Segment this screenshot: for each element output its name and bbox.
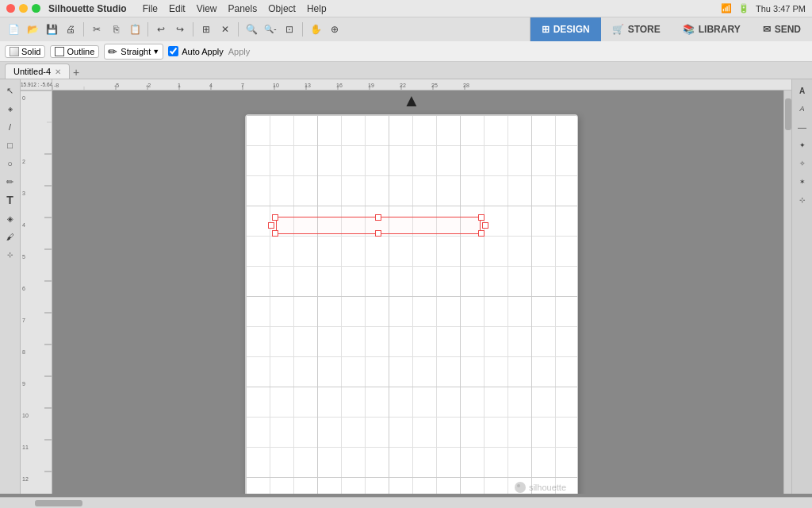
rect-tool[interactable]: □: [2, 137, 18, 153]
right-tool-1[interactable]: A: [795, 83, 810, 98]
svg-text:2: 2: [22, 159, 25, 164]
handle-top-right[interactable]: [478, 214, 485, 221]
close-button[interactable]: [6, 4, 15, 13]
send-nav-button[interactable]: ✉ SEND: [752, 17, 812, 41]
menu-right-status: 📶 🔋 Thu 3:47 PM: [721, 3, 806, 13]
design-page[interactable]: silhouette: [245, 114, 578, 494]
app-name: Silhouette Studio: [48, 3, 127, 14]
handle-left[interactable]: [268, 222, 274, 229]
handle-bottom-right[interactable]: [478, 230, 485, 237]
svg-text:10: 10: [22, 413, 29, 418]
bottom-scrollbar[interactable]: [0, 497, 812, 508]
handle-bottom[interactable]: [375, 230, 381, 237]
menu-help[interactable]: Help: [307, 3, 327, 14]
eraser-tool[interactable]: ◈: [2, 210, 18, 226]
main-toolbar: 📄 📂 💾 🖨 ✂ ⎘ 📋 ↩ ↪ ⊞ ✕ 🔍 🔍- ⊡ ✋ ⊕: [0, 17, 530, 41]
print-button[interactable]: 🖨: [62, 21, 79, 38]
scrollbar-thumb-v[interactable]: [785, 98, 791, 130]
line-style-select[interactable]: ✏ Straight ▼: [104, 44, 163, 60]
svg-point-52: [515, 482, 526, 493]
minimize-button[interactable]: [19, 4, 28, 13]
copy-button[interactable]: ⎘: [107, 21, 124, 38]
svg-text:12: 12: [22, 476, 29, 482]
tab-close-button[interactable]: ✕: [55, 67, 61, 76]
zoom-fit-button[interactable]: ⊡: [281, 21, 298, 38]
selected-shape[interactable]: [268, 217, 488, 234]
apply-button[interactable]: Apply: [228, 47, 251, 56]
svg-text:9: 9: [22, 381, 25, 387]
text-tool[interactable]: T: [2, 192, 18, 208]
svg-text:13: 13: [304, 83, 311, 88]
right-tool-7[interactable]: ⊹: [795, 192, 810, 208]
handle-bottom-left[interactable]: [272, 230, 278, 237]
measure-button[interactable]: ⊕: [326, 21, 343, 38]
menu-bar: File Edit View Panels Object Help: [143, 3, 327, 14]
svg-text:4: 4: [209, 83, 213, 88]
auto-apply-checkbox[interactable]: [168, 46, 178, 56]
canvas-area: 15.912 : -5.642 -8 -5 -2 1 4: [21, 79, 791, 494]
pencil-tool[interactable]: ✏: [2, 174, 18, 190]
fill-button[interactable]: Solid: [5, 45, 45, 58]
svg-text:22: 22: [400, 83, 406, 88]
fill-swatch: [10, 47, 19, 56]
battery-icon: 🔋: [738, 3, 749, 13]
crop-tool[interactable]: ⊹: [2, 247, 18, 263]
right-tool-panel: A A — ✦ ✧ ✶ ⊹: [791, 79, 812, 494]
open-button[interactable]: 📂: [24, 21, 41, 38]
tab-bar: Untitled-4 ✕ +: [0, 62, 812, 79]
delete-button[interactable]: ✕: [216, 21, 234, 38]
cut-button[interactable]: ✂: [88, 21, 105, 38]
line-tool[interactable]: /: [2, 119, 18, 135]
ruler-h-svg: -8 -5 -2 1 4 7 10 13: [52, 79, 791, 90]
design-icon: ⊞: [542, 24, 550, 35]
library-nav-button[interactable]: 📚 LIBRARY: [672, 17, 752, 41]
undo-button[interactable]: ↩: [152, 21, 170, 38]
svg-text:-5: -5: [114, 83, 119, 88]
svg-text:7: 7: [241, 83, 244, 88]
right-tool-2[interactable]: A: [795, 101, 810, 117]
right-tool-5[interactable]: ✧: [795, 156, 810, 171]
right-tool-4[interactable]: ✦: [795, 137, 810, 153]
add-tab-button[interactable]: +: [70, 66, 82, 79]
pan-button[interactable]: ✋: [307, 21, 324, 38]
nav-buttons: ⊞ DESIGN 🛒 STORE 📚 LIBRARY ✉ SEND: [530, 17, 812, 41]
menu-view[interactable]: View: [197, 3, 217, 14]
handle-right[interactable]: [482, 222, 488, 229]
svg-text:11: 11: [22, 444, 29, 450]
scrollbar-vertical[interactable]: [783, 90, 791, 494]
handle-top-left[interactable]: [272, 214, 278, 221]
transform-button[interactable]: ⊞: [197, 21, 215, 38]
right-tool-3[interactable]: —: [795, 119, 810, 135]
svg-text:0: 0: [22, 95, 25, 101]
zoom-in-button[interactable]: 🔍: [243, 21, 260, 38]
dropdown-arrow: ▼: [152, 48, 159, 56]
toolbar-sep-5: [302, 22, 303, 37]
store-nav-button[interactable]: 🛒 STORE: [601, 17, 672, 41]
pen-icon: ✏: [108, 45, 117, 58]
menu-panels[interactable]: Panels: [228, 3, 258, 14]
paint-tool[interactable]: 🖌: [2, 229, 18, 244]
toolbar-sep-2: [147, 22, 148, 37]
outline-button[interactable]: Outline: [50, 45, 99, 58]
ellipse-tool[interactable]: ○: [2, 156, 18, 171]
new-button[interactable]: 📄: [5, 21, 22, 38]
save-button[interactable]: 💾: [43, 21, 60, 38]
ruler-vertical: 0 2 3 4 5 6 7 8 9: [21, 90, 52, 494]
paste-button[interactable]: 📋: [126, 21, 144, 38]
menu-edit[interactable]: Edit: [169, 3, 186, 14]
zoom-out-button[interactable]: 🔍-: [262, 21, 279, 38]
handle-top[interactable]: [375, 214, 381, 221]
tab-untitled4[interactable]: Untitled-4 ✕: [5, 64, 70, 79]
time-display: Thu 3:47 PM: [756, 4, 806, 13]
page-up-arrow: ▲: [403, 90, 420, 111]
right-tool-6[interactable]: ✶: [795, 174, 810, 190]
maximize-button[interactable]: [32, 4, 40, 13]
ruler-v-svg: 0 2 3 4 5 6 7 8 9: [21, 90, 52, 494]
design-nav-button[interactable]: ⊞ DESIGN: [530, 17, 601, 41]
scrollbar-thumb-h[interactable]: [35, 500, 82, 506]
select-tool[interactable]: ↖: [2, 83, 18, 98]
node-tool[interactable]: ◈: [2, 101, 18, 117]
menu-object[interactable]: Object: [268, 3, 296, 14]
menu-file[interactable]: File: [143, 3, 158, 14]
redo-button[interactable]: ↪: [171, 21, 189, 38]
